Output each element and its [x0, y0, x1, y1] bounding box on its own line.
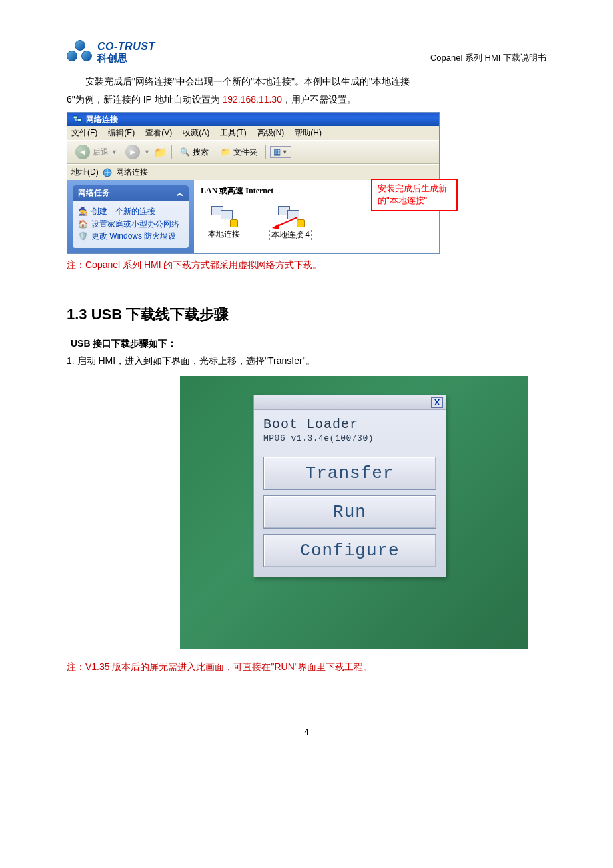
boot-loader-title: Boot Loader [263, 417, 436, 432]
document-title: Copanel 系列 HMI 下载说明书 [430, 52, 546, 64]
menu-edit[interactable]: 编辑(E) [108, 127, 135, 139]
usb-steps-heading: USB 接口下载步骤如下： [71, 338, 546, 350]
task-home-network[interactable]: 🏠设置家庭或小型办公网络 [78, 219, 183, 230]
svg-line-3 [276, 217, 297, 227]
network-tasks-panel: 网络任务 ︽ 🧙创建一个新的连接 🏠设置家庭或小型办公网络 🛡️更改 Windo… [73, 185, 189, 248]
menu-fav[interactable]: 收藏(A) [183, 127, 209, 139]
address-value: 网络连接 [116, 167, 148, 178]
network-icon [73, 115, 82, 124]
ip-value: 192.168.11.30 [222, 94, 282, 105]
boot-loader-version: MP06 v1.3.4e(100730) [263, 433, 436, 443]
note-v135: 注：V1.35 版本后的屏无需进入此画面，可直接在"RUN"界面里下载工程。 [67, 661, 546, 673]
xp-sidebar: 网络任务 ︽ 🧙创建一个新的连接 🏠设置家庭或小型办公网络 🛡️更改 Windo… [67, 180, 194, 253]
logo-text-cn: 科创思 [97, 53, 155, 64]
folder-icon: 📁 [221, 147, 231, 157]
address-label: 地址(D) [71, 167, 99, 178]
step-1: 1. 启动 HMI，进入到如下界面，光标上移，选择"Transfer"。 [67, 353, 546, 369]
wizard-icon: 🧙 [78, 207, 87, 217]
xp-title-text: 网络连接 [86, 114, 118, 125]
xp-titlebar: 网络连接 [67, 113, 439, 126]
svg-rect-0 [73, 116, 77, 119]
shield-icon: 🛡️ [78, 231, 87, 242]
menu-view[interactable]: 查看(V) [145, 127, 172, 139]
intro-line2: 6"为例，新连接的 IP 地址自动设置为 192.168.11.30，用户不需设… [67, 91, 546, 109]
connection-item-1[interactable]: 本地连接 [201, 203, 247, 241]
dropdown-icon: ▼ [282, 149, 288, 155]
callout-arrow [272, 216, 299, 229]
hmi-screenshot: X Boot Loader MP06 v1.3.4e(100730) Trans… [180, 376, 528, 649]
menu-help[interactable]: 帮助(H) [295, 127, 322, 139]
configure-button[interactable]: Configure [263, 534, 436, 567]
views-icon: ▦ [273, 147, 281, 157]
xp-addressbar: 地址(D) 网络连接 [67, 164, 439, 180]
collapse-icon[interactable]: ︽ [177, 189, 183, 198]
forward-button[interactable]: ► [125, 145, 140, 159]
task-firewall[interactable]: 🛡️更改 Windows 防火墙设 [78, 231, 183, 242]
xp-content-area: LAN 或高速 Internet 本地连接 本地连接 ⁠4 安装完成后生成新的"… [194, 180, 439, 253]
menu-file[interactable]: 文件(F) [71, 127, 97, 139]
menu-adv[interactable]: 高级(N) [257, 127, 285, 139]
task-new-connection[interactable]: 🧙创建一个新的连接 [78, 207, 183, 217]
dropdown-icon: ▼ [111, 149, 117, 155]
xp-menubar[interactable]: 文件(F) 编辑(E) 查看(V) 收藏(A) 工具(T) 高级(N) 帮助(H… [67, 126, 439, 140]
connection-icon [211, 203, 237, 226]
logo-icon [67, 40, 93, 64]
page-number: 4 [67, 727, 546, 737]
home-icon: 🏠 [78, 219, 87, 230]
menu-tools[interactable]: 工具(T) [220, 127, 246, 139]
logo: CO-TRUST 科创思 [67, 40, 155, 64]
folders-button[interactable]: 📁 文件夹 [217, 145, 261, 159]
connection-label-selected: 本地连接 ⁠4 [269, 229, 312, 241]
up-icon[interactable]: 📁 [154, 146, 167, 159]
svg-rect-1 [77, 119, 81, 121]
network-icon [103, 168, 112, 177]
back-icon: ◄ [75, 145, 90, 159]
close-icon[interactable]: X [431, 397, 443, 408]
xp-toolbar: ◄ 后退 ▼ ► ▼ 📁 🔍 搜索 📁 文件夹 ▦ ▼ [67, 140, 439, 164]
boot-loader-dialog: X Boot Loader MP06 v1.3.4e(100730) Trans… [253, 395, 446, 577]
intro-line1: 安装完成后"网络连接"中会出现一个新的"本地连接"。本例中以生成的"本地连接 [67, 73, 546, 91]
page-header: CO-TRUST 科创思 Copanel 系列 HMI 下载说明书 [67, 40, 546, 67]
views-button[interactable]: ▦ ▼ [270, 146, 291, 158]
logo-text-en: CO-TRUST [97, 41, 155, 53]
connection-label: 本地连接 [208, 229, 240, 240]
callout-box: 安装完成后生成新的"本地连接" [371, 179, 458, 211]
note-virtual-network: 注：Copanel 系列 HMI 的下载方式都采用虚拟网络方式下载。 [67, 259, 546, 271]
transfer-button[interactable]: Transfer [263, 457, 436, 490]
panel-title: 网络任务 [78, 187, 110, 199]
run-button[interactable]: Run [263, 495, 436, 529]
dropdown-icon: ▼ [144, 149, 150, 155]
section-1-3-title: 1.3 USB 下载线下载步骤 [67, 305, 546, 325]
svg-marker-4 [272, 224, 279, 229]
search-button[interactable]: 🔍 搜索 [176, 145, 213, 159]
xp-network-window: 网络连接 文件(F) 编辑(E) 查看(V) 收藏(A) 工具(T) 高级(N)… [67, 112, 440, 254]
back-button[interactable]: ◄ 后退 ▼ [71, 143, 121, 161]
search-icon: 🔍 [180, 147, 190, 157]
